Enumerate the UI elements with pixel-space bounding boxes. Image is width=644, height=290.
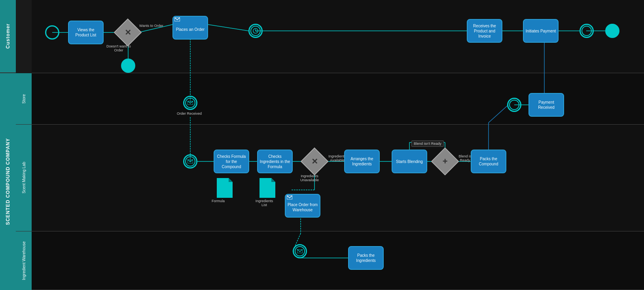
ingredient-warehouse-lane: [32, 231, 644, 290]
customer-payment-intermediate[interactable]: [580, 24, 594, 38]
packs-ingredients-task[interactable]: Packs the Ingredients: [348, 246, 384, 270]
data-obj1-label: Formula: [212, 199, 225, 203]
checks-formula-task[interactable]: Checks Formula for the Compound: [214, 150, 249, 173]
customer-start-event[interactable]: [45, 25, 59, 40]
main-diagram-area: Views the Product List ✕ Wants to Order …: [32, 0, 644, 290]
payment-received-task[interactable]: Payment Received: [528, 93, 564, 117]
wants-to-order-label: Wants to Order: [139, 24, 163, 28]
store-lane-label: Store: [16, 73, 32, 125]
starts-blending-task[interactable]: Starts Blending: [392, 150, 427, 173]
ingredients-unavailable-label: Ingredients Unavailable: [297, 174, 322, 182]
data-object-formula: [217, 178, 233, 198]
arranges-ingredients-task[interactable]: Arranges the Ingredients: [344, 150, 380, 173]
store-payment-event[interactable]: [507, 98, 521, 112]
scent-making-lane-label: Scent Making Lab: [16, 125, 32, 231]
data-object-ingredients: [259, 178, 275, 198]
scent-message-receive[interactable]: [183, 154, 197, 169]
doesnt-want-label: Doesn't want to Order: [105, 44, 133, 52]
doesnt-want-end[interactable]: [121, 59, 135, 73]
blend-isnt-ready-tooltip: Blend isn't Ready: [411, 140, 444, 147]
data-obj2-label: Ingredients List: [252, 199, 276, 207]
customer-lane-outer-label: Customer: [0, 0, 16, 73]
customer-timer-event[interactable]: [248, 24, 263, 38]
initiates-payment-task[interactable]: Initiates Payment: [523, 19, 559, 43]
customer-end-event[interactable]: [605, 24, 619, 38]
checks-ingredients-formula-task[interactable]: Checks Ingredients in the Formula: [257, 150, 293, 173]
label-spacer: [16, 0, 32, 73]
wants-to-order-gateway[interactable]: ✕: [118, 23, 138, 42]
views-product-list-task[interactable]: Views the Product List: [68, 21, 104, 44]
scc-lane-outer-label: SCENTED COMPOUND COMPANY: [0, 73, 16, 290]
diagram-container: Customer SCENTED COMPOUND COMPANY Store …: [0, 0, 644, 290]
store-message-receive[interactable]: [183, 96, 197, 110]
ingredient-message-event[interactable]: [293, 244, 307, 258]
store-order-received-label: Order Received: [177, 112, 202, 116]
places-an-order-task[interactable]: Places an Order: [172, 16, 208, 40]
inner-lane-labels: Store Scent Making Lab Ingredient Wareho…: [16, 0, 32, 290]
outer-lane-labels: Customer SCENTED COMPOUND COMPANY: [0, 0, 16, 290]
blend-gateway[interactable]: +: [435, 152, 455, 171]
ingredients-gateway[interactable]: ✕: [305, 152, 324, 171]
ingredient-warehouse-lane-label: Ingredient Warehouse: [16, 231, 32, 290]
place-order-warehouse-task[interactable]: Place Order from Warehouse: [285, 194, 320, 218]
scent-making-lane: [32, 125, 644, 231]
packs-compound-task[interactable]: Packs the Compound: [471, 150, 506, 173]
svg-line-33: [256, 31, 257, 32]
receives-product-invoice-task[interactable]: Receives the Product and Invoice: [467, 19, 502, 43]
